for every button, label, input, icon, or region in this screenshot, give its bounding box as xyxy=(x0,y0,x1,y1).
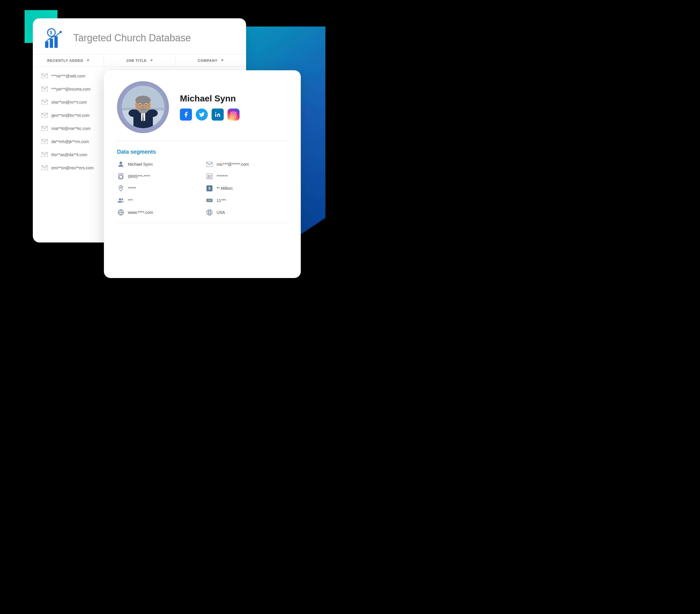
svg-text:$: $ xyxy=(50,30,52,35)
filter-bar: RECENTLY ADDED JOB TITLE COMPANY xyxy=(33,54,246,67)
location-icon xyxy=(117,185,125,192)
db-logo-icon: $ xyxy=(44,27,66,49)
svg-point-48 xyxy=(207,210,212,215)
email-icon xyxy=(41,86,48,92)
instagram-icon[interactable] xyxy=(227,109,239,121)
email-value: da**mh@jk**rm.com xyxy=(51,139,89,144)
data-item-phone: (800)***-**** xyxy=(117,173,199,180)
data-grid: Michael Synn mic***@*****.com (800)***-*… xyxy=(117,161,288,216)
svg-point-46 xyxy=(122,199,123,200)
data-item-location: ***** xyxy=(117,185,199,192)
id-icon xyxy=(205,173,213,180)
data-item-id: ******* xyxy=(205,173,288,180)
web-icon xyxy=(117,209,125,216)
chevron-down-icon xyxy=(87,60,89,61)
email-icon xyxy=(41,125,48,131)
filter-job-title[interactable]: JOB TITLE xyxy=(104,55,175,66)
svg-rect-31 xyxy=(231,112,236,117)
filter-recently-added[interactable]: RECENTLY ADDED xyxy=(33,55,104,66)
svg-point-49 xyxy=(208,210,211,215)
avatar xyxy=(117,81,169,133)
email-icon xyxy=(41,139,48,145)
profile-card: Michael Synn xyxy=(104,70,301,278)
svg-point-40 xyxy=(208,175,210,177)
svg-rect-4 xyxy=(54,36,58,48)
email-value: mat**kl@me**kc.com xyxy=(51,126,90,131)
data-item-group: *** xyxy=(117,197,199,204)
svg-point-32 xyxy=(233,113,234,115)
zip-icon: ZIP xyxy=(205,197,213,204)
data-item-name: Michael Synn xyxy=(117,161,199,168)
svg-point-34 xyxy=(120,162,122,164)
db-title: Targeted Church Database xyxy=(73,32,191,44)
svg-point-44 xyxy=(120,187,122,188)
svg-rect-29 xyxy=(215,114,216,117)
country-value: USA xyxy=(216,210,225,215)
person-icon xyxy=(117,161,125,168)
phone-icon xyxy=(117,173,125,180)
location-value: ***** xyxy=(128,186,136,190)
data-segments-section: Data segments Michael Synn mic***@*****.… xyxy=(117,149,288,216)
svg-rect-2 xyxy=(45,41,48,48)
data-item-country: USA xyxy=(205,209,288,216)
svg-point-30 xyxy=(215,112,216,113)
twitter-icon[interactable] xyxy=(196,109,208,121)
profile-name: Michael Synn xyxy=(180,93,288,104)
email-icon xyxy=(41,112,48,118)
phone-value: (800)***-**** xyxy=(128,174,150,178)
facebook-icon[interactable] xyxy=(180,109,192,121)
email-icon xyxy=(41,165,48,171)
avatar-inner xyxy=(122,86,164,128)
chevron-down-icon xyxy=(150,60,153,61)
email-icon xyxy=(41,152,48,158)
svg-point-45 xyxy=(119,198,121,200)
website-value: www.****.com xyxy=(128,210,153,215)
data-item-website: www.****.com xyxy=(117,209,199,216)
group-icon xyxy=(117,197,125,204)
email-icon xyxy=(205,161,213,168)
filter-company-label: COMPANY xyxy=(198,59,217,63)
data-item-zip: ZIP 11*** xyxy=(205,197,288,204)
svg-point-21 xyxy=(135,96,151,104)
chevron-down-icon xyxy=(221,60,224,61)
email-icon xyxy=(41,73,48,79)
filter-recently-added-label: RECENTLY ADDED xyxy=(47,59,84,63)
email-value: ***ne***@ods.com xyxy=(51,74,85,78)
globe-icon xyxy=(205,209,213,216)
email-value: mic***@*****.com xyxy=(216,162,249,166)
svg-point-25 xyxy=(139,104,140,105)
svg-point-27 xyxy=(128,109,139,117)
revenue-value: ** Million xyxy=(216,186,233,190)
name-value: Michael Synn xyxy=(128,162,153,166)
profile-header: Michael Synn xyxy=(117,81,288,141)
data-item-revenue: $ ** Million xyxy=(205,185,288,192)
db-card-header: $ Targeted Church Database xyxy=(33,18,246,54)
svg-point-28 xyxy=(147,109,158,117)
data-item-email: mic***@*****.com xyxy=(205,161,288,168)
svg-rect-35 xyxy=(207,162,212,167)
group-value: *** xyxy=(128,198,133,203)
svg-point-5 xyxy=(60,31,62,33)
dollar-icon: $ xyxy=(205,185,213,192)
svg-rect-38 xyxy=(119,176,123,178)
email-value: tho**as@da**il.com xyxy=(51,152,87,157)
email-value: sha**on@ro**t.com xyxy=(51,100,87,104)
linkedin-icon[interactable] xyxy=(212,109,224,121)
svg-point-26 xyxy=(145,104,147,105)
email-value: emi**on@reu**ers.com xyxy=(51,165,93,170)
id-value: ******* xyxy=(216,174,228,178)
data-segments-title: Data segments xyxy=(117,149,288,155)
svg-point-33 xyxy=(235,113,235,113)
social-icons xyxy=(180,109,288,121)
email-value: ***yer**@incorta.com xyxy=(51,87,90,91)
svg-rect-3 xyxy=(50,39,53,48)
filter-job-title-label: JOB TITLE xyxy=(126,59,147,63)
email-value: geo**sn@bc**el.com xyxy=(51,113,89,117)
zip-value: 11*** xyxy=(216,198,226,203)
email-icon xyxy=(41,99,48,105)
filter-company[interactable]: COMPANY xyxy=(175,55,246,66)
profile-info: Michael Synn xyxy=(180,93,288,121)
